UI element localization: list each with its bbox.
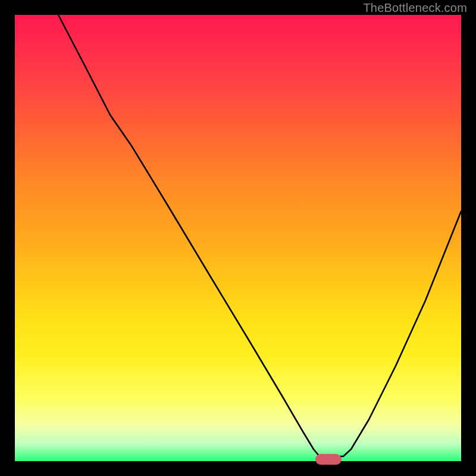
chart-curve (15, 15, 461, 461)
chart-container: TheBottleneck.com (0, 0, 476, 476)
watermark-text: TheBottleneck.com (363, 1, 467, 15)
bottleneck-marker (315, 454, 342, 465)
